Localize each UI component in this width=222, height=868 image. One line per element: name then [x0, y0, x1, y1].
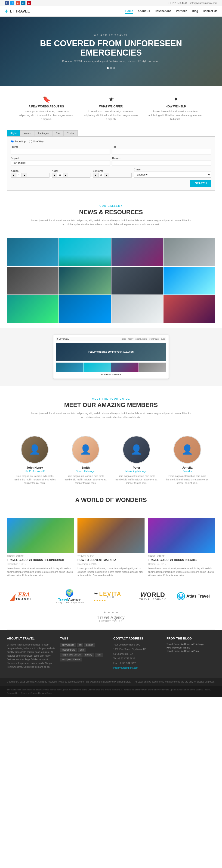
- travel-text: TRAVEL: [15, 597, 32, 601]
- twitter-icon[interactable]: t: [10, 1, 14, 5]
- class-select[interactable]: Economy: [134, 172, 211, 178]
- blog-date-3: October 24, 2015: [148, 563, 215, 565]
- adults-decrement[interactable]: ▼: [11, 173, 16, 177]
- partner-world[interactable]: WORLD TRAVEL AGENCY: [135, 592, 170, 601]
- preview-hero-label: FEEL PROTECTED DURING YOUR VACATION: [88, 351, 134, 353]
- oneway-radio[interactable]: [29, 140, 32, 143]
- world-text: WORLD: [135, 592, 170, 598]
- preview-gallery-3: [111, 363, 139, 372]
- seniors-increment[interactable]: ▲: [104, 173, 109, 177]
- footer-about: About LT Travel LT Travel is responsive …: [7, 637, 56, 671]
- member-text-1: Proin magna nisl faucibus odio molis hen…: [11, 474, 58, 485]
- footer-blog-link-2[interactable]: How to prevent malaria: [166, 646, 215, 649]
- googleplus-icon[interactable]: g: [16, 1, 20, 5]
- hero-pagination: [107, 67, 115, 69]
- avatar-john: 👤: [21, 436, 48, 464]
- to-label: To:: [112, 146, 211, 148]
- partner-ta2[interactable]: ✦ ✦ ✦ ✦ Travel Agency LUXURY TOURS: [94, 611, 128, 623]
- oneway-option[interactable]: One Way: [29, 140, 43, 143]
- nav-about[interactable]: About Us: [138, 9, 150, 14]
- footer-blog-title: From The Blog: [166, 637, 215, 640]
- blog-title-2[interactable]: HOW TO PREVENT MALARIA: [77, 558, 145, 562]
- pinterest-icon[interactable]: p: [27, 1, 31, 5]
- member-name-4: Jonella: [164, 466, 211, 469]
- gallery-item-4[interactable]: [163, 238, 215, 266]
- footer-blog-link-1[interactable]: Travel Guide: 24 Hours in Edinburgh: [166, 643, 215, 646]
- search-tabs: Flight Hotels Packages Car Cruise: [7, 130, 215, 136]
- gallery-item-6[interactable]: [59, 267, 111, 294]
- gallery-item-5[interactable]: [7, 267, 59, 294]
- search-button[interactable]: SEARCH: [190, 180, 211, 187]
- tab-hotels[interactable]: Hotels: [20, 130, 34, 136]
- blog-img-1[interactable]: [7, 518, 74, 553]
- partner-travel-agency[interactable]: 🌍 TravelAgency Luxury Travel Experience: [52, 589, 87, 603]
- tab-car[interactable]: Car: [52, 130, 63, 136]
- nav-destinations[interactable]: Destinations: [155, 9, 171, 14]
- gallery-item-10[interactable]: [59, 295, 111, 323]
- tag-php[interactable]: php: [78, 648, 85, 652]
- preview-gallery: [56, 363, 166, 372]
- gallery-item-12[interactable]: [163, 295, 215, 323]
- partner-levita[interactable]: ☀ LEVITA TUR ★ ★ ★ ★ ★: [94, 591, 128, 602]
- tag-fast-template[interactable]: fast template: [60, 648, 77, 652]
- ta2-name: Travel Agency: [94, 615, 128, 620]
- kids-stepper: ▼ 0 ▲: [52, 173, 91, 178]
- blog-title-3[interactable]: TRAVEL GUIDE: 24 HOURS IN PARIS: [148, 558, 215, 562]
- gallery-item-11[interactable]: [111, 295, 163, 323]
- footer-tags: Tags any website art design fast templat…: [60, 637, 109, 671]
- blog-title-1[interactable]: TRAVEL GUIDE: 24 HOURS IN EDINBURGH: [7, 558, 74, 562]
- roundtrip-option[interactable]: Roundtrip: [11, 140, 26, 143]
- atlas-text-block: Atlas Travel: [186, 594, 210, 599]
- roundtrip-radio[interactable]: [11, 140, 14, 143]
- return-label: Return:: [112, 157, 211, 159]
- hero-dot-1[interactable]: [107, 67, 109, 69]
- depart-field: Depart:: [11, 157, 110, 166]
- tab-flight[interactable]: Flight: [7, 130, 20, 136]
- tag-html[interactable]: html: [95, 653, 103, 657]
- tag-any-website[interactable]: any website: [60, 643, 76, 647]
- tab-cruise[interactable]: Cruise: [63, 130, 78, 136]
- footer-blog-link-3[interactable]: Travel Guide: 24 Hours in Paris: [166, 650, 215, 652]
- gallery-item-1[interactable]: [7, 238, 59, 266]
- seniors-decrement[interactable]: ▼: [93, 173, 98, 177]
- nav-blog[interactable]: Blog: [192, 9, 198, 14]
- kids-decrement[interactable]: ▼: [52, 173, 57, 177]
- hero-dot-3[interactable]: [113, 67, 115, 69]
- linkedin-icon[interactable]: in: [21, 1, 26, 5]
- gallery-item-9[interactable]: [7, 295, 59, 323]
- preview-gallery-4: [139, 363, 166, 372]
- contact-email[interactable]: info@yourcompany.com: [113, 666, 162, 670]
- world-container: WORLD TRAVEL AGENCY: [135, 592, 170, 601]
- blog-img-2[interactable]: [77, 518, 145, 553]
- nav-portfolio[interactable]: Portfolio: [176, 9, 187, 14]
- partner-atlas[interactable]: 🌐 Atlas Travel: [177, 592, 212, 600]
- from-input[interactable]: [11, 149, 110, 154]
- team-member-4: 👤 Jonella Founder Proin magna nisl fauci…: [164, 436, 211, 485]
- gallery-item-2[interactable]: [59, 238, 111, 266]
- return-input[interactable]: [112, 160, 211, 166]
- nav-contact[interactable]: Contact Us: [203, 9, 217, 14]
- kids-increment[interactable]: ▲: [63, 173, 68, 177]
- to-input[interactable]: [112, 149, 211, 154]
- era-wing-left: [10, 594, 15, 601]
- ta2-tagline: LUXURY TOURS: [94, 620, 128, 623]
- gallery-item-8[interactable]: [163, 267, 215, 294]
- gallery-item-3[interactable]: [111, 238, 163, 266]
- blog-img-3[interactable]: [148, 518, 215, 553]
- partner-era[interactable]: ERA TRAVEL: [10, 592, 45, 601]
- hero-dot-2[interactable]: [110, 67, 112, 69]
- levita-container: ☀ LEVITA TUR ★ ★ ★ ★ ★: [94, 591, 128, 602]
- tag-art[interactable]: art: [77, 643, 83, 647]
- gallery-item-7[interactable]: [111, 267, 163, 294]
- fax-value: +1 221 534 3222: [118, 662, 136, 664]
- tag-responsive-design[interactable]: responsive design: [60, 653, 82, 657]
- facebook-icon[interactable]: f: [5, 1, 9, 5]
- tab-packages[interactable]: Packages: [34, 130, 52, 136]
- tag-design[interactable]: design: [84, 643, 95, 647]
- nav-home[interactable]: Home: [125, 9, 133, 14]
- depart-input[interactable]: [11, 160, 110, 166]
- tag-gallery[interactable]: gallery: [83, 653, 94, 657]
- site-logo[interactable]: ✈ LT TRAVEL: [5, 8, 30, 14]
- tag-wordpress-theme[interactable]: wordpress theme: [60, 657, 82, 661]
- adults-increment[interactable]: ▲: [22, 173, 27, 177]
